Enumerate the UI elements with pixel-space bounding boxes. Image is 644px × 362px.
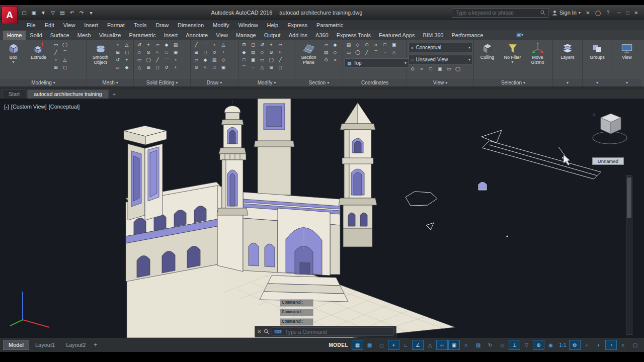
ribbon-tab-bim-360[interactable]: BIM 360 bbox=[419, 31, 448, 40]
tool-icon[interactable]: △ bbox=[61, 57, 69, 63]
snap-mode-icon[interactable]: ▩ bbox=[364, 340, 375, 350]
tool-icon[interactable]: △ bbox=[123, 42, 131, 48]
tool-icon[interactable]: ╱ bbox=[363, 49, 371, 56]
tool-icon[interactable]: ▭ bbox=[258, 57, 266, 63]
autocad-logo[interactable]: A bbox=[2, 6, 18, 24]
tool-icon[interactable]: △ bbox=[219, 42, 227, 48]
ribbon-tab-visualize[interactable]: Visualize bbox=[95, 31, 125, 40]
ribbon-tab-parametric[interactable]: Parametric bbox=[125, 31, 159, 40]
layers-button[interactable]: Layers bbox=[556, 42, 580, 79]
tool-icon[interactable]: ▫ bbox=[381, 49, 389, 56]
tool-icon[interactable]: ▱ bbox=[192, 57, 200, 63]
file-tab-document[interactable]: autocad architechure training bbox=[27, 89, 108, 99]
isometric-drafting-icon[interactable]: △ bbox=[424, 340, 436, 350]
view-control[interactable]: [Custom View] bbox=[11, 104, 47, 110]
move-gizmo-button[interactable]: Move Gizmo bbox=[526, 42, 549, 79]
customization-menu-icon[interactable]: ≡ bbox=[617, 340, 629, 350]
tool-icon[interactable]: ◇ bbox=[331, 49, 339, 56]
groups-button[interactable]: Groups bbox=[586, 42, 609, 79]
polar-tracking-icon[interactable]: ∠ bbox=[412, 340, 424, 350]
tool-icon[interactable]: ↺ bbox=[114, 57, 122, 63]
tool-icon[interactable]: ▣ bbox=[172, 49, 180, 56]
minimize-button[interactable]: ─ bbox=[615, 10, 623, 16]
ribbon-tab-mesh[interactable]: Mesh bbox=[73, 31, 95, 40]
tool-icon[interactable]: △ bbox=[135, 64, 143, 71]
tool-icon[interactable]: ↺ bbox=[258, 42, 266, 48]
grid-display-icon[interactable]: ▦ bbox=[352, 340, 363, 350]
tool-icon[interactable]: ↺ bbox=[163, 64, 171, 71]
file-tab-start[interactable]: Start bbox=[2, 89, 26, 99]
tool-icon[interactable]: ≈ bbox=[418, 66, 426, 72]
tool-icon[interactable]: ▫ bbox=[114, 42, 122, 48]
ribbon-tab-insert[interactable]: Insert bbox=[160, 31, 182, 40]
tool-icon[interactable]: ≈ bbox=[372, 42, 380, 48]
tool-icon[interactable]: ▱ bbox=[322, 42, 330, 48]
tool-icon[interactable]: ◻ bbox=[123, 49, 131, 56]
view-select-dropdown[interactable]: ▦ Top ▾ bbox=[345, 58, 409, 68]
workspace-switching-icon[interactable]: ⚙ bbox=[569, 340, 581, 350]
tool-icon[interactable]: ⊞ bbox=[192, 49, 200, 56]
panel-label-solid-editing[interactable]: Solid Editing▾ bbox=[134, 79, 190, 86]
tool-icon[interactable]: ▣ bbox=[390, 42, 398, 48]
ribbon-tab-solid[interactable]: Solid bbox=[26, 31, 46, 40]
tool-icon[interactable]: ◇ bbox=[258, 49, 266, 56]
panel-label-coordinates[interactable]: Coordinates bbox=[343, 79, 407, 86]
tool-icon[interactable]: ⌒ bbox=[61, 49, 69, 56]
tool-icon[interactable]: ⌒ bbox=[163, 57, 171, 63]
search-icon[interactable] bbox=[264, 329, 269, 334]
tool-icon[interactable]: ▣ bbox=[436, 66, 444, 72]
panel-label-draw[interactable]: Draw▾ bbox=[191, 79, 238, 86]
restore-button[interactable]: □ bbox=[624, 10, 631, 16]
menu-draw[interactable]: Draw bbox=[151, 21, 173, 29]
tool-icon[interactable]: + bbox=[144, 42, 152, 48]
model-space-label[interactable]: MODEL bbox=[329, 342, 348, 348]
menu-view[interactable]: View bbox=[59, 21, 80, 29]
wireframe-sketch[interactable] bbox=[406, 130, 601, 237]
tool-icon[interactable]: □ bbox=[210, 64, 218, 71]
menu-dimension[interactable]: Dimension bbox=[173, 21, 208, 29]
ribbon-tab-surface[interactable]: Surface bbox=[46, 31, 73, 40]
tool-icon[interactable]: ◆ bbox=[163, 42, 171, 48]
ribbon-tab-featured-apps[interactable]: Featured Apps bbox=[375, 31, 419, 40]
tool-icon[interactable]: ▭ bbox=[52, 42, 60, 48]
tool-icon[interactable]: ◻ bbox=[61, 64, 69, 71]
isolate-objects-icon[interactable]: ◐ bbox=[593, 340, 605, 350]
save-icon[interactable]: ▼ bbox=[39, 10, 47, 16]
close-button[interactable]: ✕ bbox=[632, 10, 640, 16]
ribbon-tab-add-ins[interactable]: Add-ins bbox=[285, 31, 311, 40]
menu-tools[interactable]: Tools bbox=[129, 21, 151, 29]
new-file-tab-button[interactable]: + bbox=[110, 90, 119, 99]
viewport-menu-control[interactable]: [-] bbox=[4, 104, 9, 110]
close-icon[interactable]: ✕ bbox=[257, 329, 261, 334]
tool-icon[interactable]: ▱ bbox=[114, 64, 122, 71]
tool-icon[interactable]: ▣ bbox=[219, 64, 227, 71]
tool-icon[interactable]: ⊞ bbox=[240, 42, 248, 48]
tool-icon[interactable]: ◻ bbox=[153, 64, 162, 71]
tool-icon[interactable]: ⊞ bbox=[114, 49, 122, 56]
ribbon-tab-a360[interactable]: A360 bbox=[311, 31, 333, 40]
tool-icon[interactable]: ≈ bbox=[153, 49, 162, 56]
tool-icon[interactable]: ◆ bbox=[331, 42, 339, 48]
visual-style-dropdown[interactable]: ◐ Conceptual ▾ bbox=[409, 43, 473, 52]
tool-icon[interactable]: □ bbox=[381, 42, 389, 48]
tool-icon[interactable]: ≈ bbox=[201, 64, 209, 71]
sign-in-button[interactable]: Sign In ▾ bbox=[552, 10, 581, 16]
panel-label-selection[interactable]: Selection▾ bbox=[474, 79, 552, 86]
tool-icon[interactable]: ▭ bbox=[345, 49, 353, 56]
tool-icon[interactable]: ↺ bbox=[210, 49, 218, 56]
selection-cycling-icon[interactable]: ↻ bbox=[485, 340, 496, 350]
tool-icon[interactable]: ╱ bbox=[52, 49, 60, 56]
clean-screen-icon[interactable]: ▢ bbox=[629, 340, 641, 350]
tool-icon[interactable]: ▭ bbox=[135, 57, 143, 63]
tool-icon[interactable]: ⊞ bbox=[144, 64, 152, 71]
tool-icon[interactable]: + bbox=[219, 49, 227, 56]
layout-tab-model[interactable]: Model bbox=[3, 340, 29, 350]
ribbon-tab-home[interactable]: Home bbox=[3, 31, 26, 40]
vertical-scrollbar[interactable] bbox=[626, 175, 632, 335]
tool-icon[interactable]: + bbox=[172, 64, 180, 71]
graphics-performance-icon[interactable]: ◔ bbox=[605, 340, 617, 350]
object-snap-icon[interactable]: ▣ bbox=[448, 340, 460, 350]
new-layout-button[interactable]: + bbox=[91, 341, 100, 348]
plot-icon[interactable]: ▤ bbox=[58, 10, 66, 16]
tool-icon[interactable]: ╱ bbox=[192, 42, 200, 48]
